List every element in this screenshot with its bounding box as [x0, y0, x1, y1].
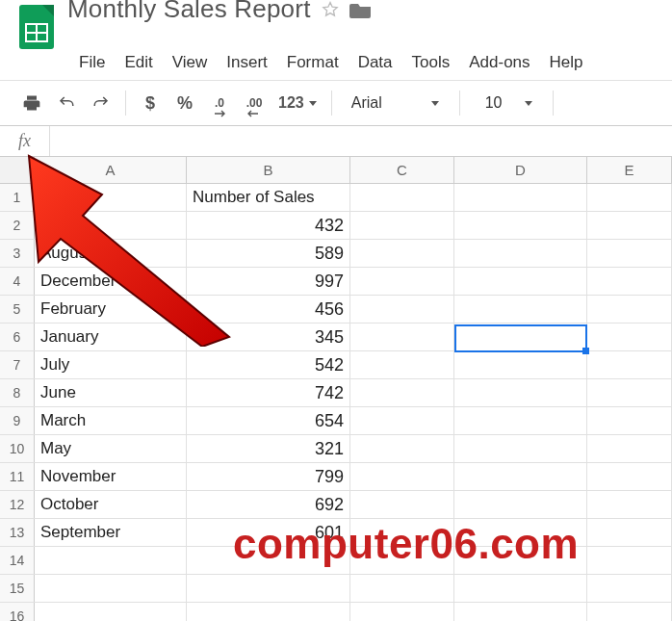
cell[interactable]: December	[35, 268, 187, 295]
cell[interactable]	[587, 463, 672, 490]
cell[interactable]	[350, 351, 454, 378]
cell[interactable]	[587, 407, 672, 434]
cell[interactable]: February	[35, 296, 187, 323]
cell[interactable]	[454, 491, 587, 518]
cell[interactable]	[454, 603, 587, 621]
cell[interactable]	[587, 575, 672, 602]
row-header[interactable]: 6	[0, 323, 35, 350]
cell[interactable]: Number of Sales	[187, 184, 350, 211]
menu-tools[interactable]: Tools	[412, 53, 451, 72]
cell[interactable]	[587, 519, 672, 546]
cell[interactable]: 321	[187, 435, 350, 462]
cell[interactable]	[587, 379, 672, 406]
cell[interactable]: March	[35, 407, 187, 434]
cell[interactable]	[587, 351, 672, 378]
menu-help[interactable]: Help	[550, 53, 583, 72]
increase-decimal-button[interactable]: .00	[244, 90, 265, 116]
col-header-d[interactable]: D	[454, 157, 587, 183]
cell[interactable]: January	[35, 323, 187, 350]
cell[interactable]	[587, 268, 672, 295]
cell[interactable]: Month	[35, 184, 187, 211]
cell[interactable]: June	[35, 379, 187, 406]
cell[interactable]: August	[35, 240, 187, 267]
cell[interactable]	[350, 323, 454, 350]
sheets-app-icon[interactable]	[13, 4, 60, 50]
undo-icon[interactable]	[56, 90, 77, 116]
selection-fill-handle[interactable]	[582, 348, 589, 354]
cell[interactable]	[35, 603, 187, 621]
col-header-a[interactable]: A	[35, 157, 187, 183]
row-header[interactable]: 15	[0, 575, 35, 602]
cell[interactable]	[350, 184, 454, 211]
cell[interactable]: November	[35, 463, 187, 490]
cell[interactable]	[454, 268, 587, 295]
row-header[interactable]: 12	[0, 491, 35, 518]
cell[interactable]	[454, 575, 587, 602]
cell[interactable]	[454, 463, 587, 490]
menu-view[interactable]: View	[172, 53, 208, 72]
move-folder-icon[interactable]	[349, 0, 373, 19]
cell[interactable]	[350, 463, 454, 490]
cell[interactable]	[587, 212, 672, 239]
redo-icon[interactable]	[90, 90, 112, 116]
cell[interactable]	[350, 435, 454, 462]
cell[interactable]: 589	[187, 240, 350, 267]
row-header[interactable]: 14	[0, 547, 35, 574]
cell[interactable]: 432	[187, 212, 350, 239]
cell[interactable]	[587, 491, 672, 518]
font-select[interactable]: Arial	[346, 94, 446, 112]
col-header-c[interactable]: C	[350, 157, 454, 183]
print-icon[interactable]	[21, 90, 42, 116]
menu-insert[interactable]: Insert	[226, 53, 268, 72]
row-header[interactable]: 7	[0, 351, 35, 378]
decrease-decimal-button[interactable]: .0	[209, 90, 230, 116]
cell[interactable]	[454, 296, 587, 323]
percent-button[interactable]: %	[174, 90, 195, 116]
cell[interactable]	[587, 603, 672, 621]
row-header[interactable]: 11	[0, 463, 35, 490]
currency-button[interactable]: $	[140, 90, 161, 116]
cell[interactable]	[350, 575, 454, 602]
cell[interactable]	[187, 575, 350, 602]
row-header[interactable]: 9	[0, 407, 35, 434]
more-formats-button[interactable]: 123	[278, 90, 318, 116]
cell[interactable]	[454, 407, 587, 434]
cell[interactable]	[587, 184, 672, 211]
cell[interactable]	[454, 379, 587, 406]
col-header-e[interactable]: E	[587, 157, 672, 183]
col-header-b[interactable]: B	[187, 157, 350, 183]
cell[interactable]	[350, 296, 454, 323]
font-size-select[interactable]: 10	[474, 94, 539, 112]
cell[interactable]	[350, 603, 454, 621]
row-header[interactable]: 13	[0, 519, 35, 546]
cell[interactable]	[454, 184, 587, 211]
cell[interactable]	[350, 379, 454, 406]
menu-format[interactable]: Format	[287, 53, 339, 72]
row-header[interactable]: 5	[0, 296, 35, 323]
cell[interactable]	[454, 435, 587, 462]
cell[interactable]	[350, 268, 454, 295]
row-header[interactable]: 10	[0, 435, 35, 462]
document-title[interactable]: Monthly Sales Report	[67, 0, 311, 24]
cell[interactable]	[350, 491, 454, 518]
row-header[interactable]: 2	[0, 212, 35, 239]
select-all-box[interactable]	[0, 157, 35, 183]
cell[interactable]: 692	[187, 491, 350, 518]
fx-icon[interactable]: fx	[0, 126, 50, 156]
menu-edit[interactable]: Edit	[124, 53, 152, 72]
cell[interactable]: 345	[187, 323, 350, 350]
menu-data[interactable]: Data	[358, 53, 393, 72]
cell[interactable]	[35, 547, 187, 574]
row-header[interactable]: 16	[0, 603, 35, 621]
cell[interactable]: May	[35, 435, 187, 462]
cell[interactable]: October	[35, 491, 187, 518]
cell[interactable]	[35, 575, 187, 602]
cell[interactable]	[350, 407, 454, 434]
row-header[interactable]: 1	[0, 184, 35, 211]
cell[interactable]	[187, 603, 350, 621]
cell[interactable]	[587, 296, 672, 323]
cell[interactable]: September	[35, 519, 187, 546]
cell[interactable]	[350, 240, 454, 267]
row-header[interactable]: 8	[0, 379, 35, 406]
cell[interactable]	[454, 212, 587, 239]
